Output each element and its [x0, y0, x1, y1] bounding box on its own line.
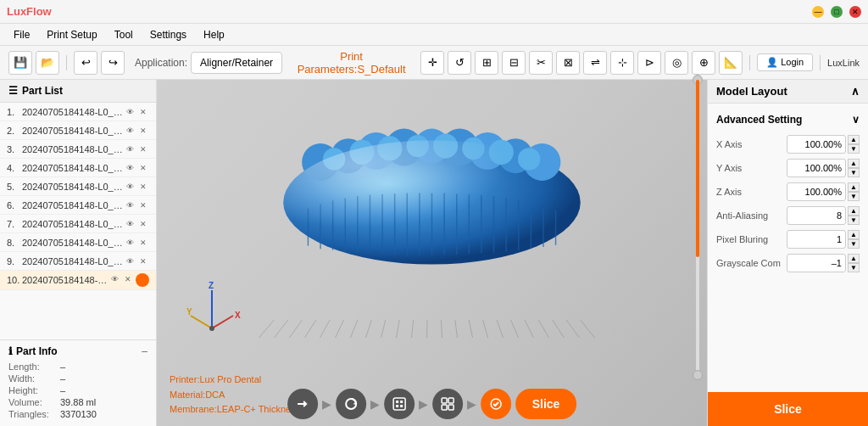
spin-up-1[interactable]: ▲ [848, 159, 860, 168]
spin-down-4[interactable]: ▼ [848, 239, 860, 249]
application-dropdown[interactable]: Aligner/Retainer [191, 52, 282, 74]
menu-file[interactable]: File [7, 27, 36, 42]
toolbar-view3-btn[interactable]: ⊠ [556, 51, 580, 75]
spin-down-0[interactable]: ▼ [848, 144, 860, 154]
setting-label-4: Pixel Bluring [716, 234, 768, 244]
spin-down-1[interactable]: ▼ [848, 168, 860, 177]
spin-up-2[interactable]: ▲ [848, 182, 860, 192]
spin-down-3[interactable]: ▼ [848, 216, 860, 225]
part-list-item-7[interactable]: 7. 20240705184148-L0_SH... 👁 ✕ [0, 215, 156, 233]
setting-input-3[interactable] [787, 206, 846, 225]
part-eye-btn[interactable]: 👁 [124, 125, 136, 137]
part-num: 8. [7, 238, 22, 248]
toolbar-analysis-btn[interactable]: ⊕ [692, 51, 715, 75]
part-name: 20240705184148-L0_SH... [22, 144, 124, 154]
part-list-item-3[interactable]: 3. 20240705184148-L0_SH... 👁 ✕ [0, 140, 156, 159]
part-list-item-5[interactable]: 5. 20240705184148-L0_SH... 👁 ✕ [0, 177, 156, 196]
part-list-item-8[interactable]: 8. 20240705184148-L0_SH... 👁 ✕ [0, 233, 156, 252]
toolbar-rotate-btn[interactable]: ↺ [448, 51, 471, 75]
spin-down-5[interactable]: ▼ [848, 263, 860, 272]
slider-thumb-bottom[interactable] [693, 370, 703, 380]
toolbar-measure-btn[interactable]: 📐 [719, 51, 743, 75]
part-close-btn[interactable]: ✕ [137, 218, 149, 230]
toolbar-sup-btn[interactable]: ⊳ [637, 51, 661, 75]
toolbar-hollow-btn[interactable]: ◎ [665, 51, 688, 75]
setting-input-1[interactable] [787, 159, 846, 177]
toolbar-arr-btn[interactable]: ⊹ [610, 51, 634, 75]
part-eye-btn[interactable]: 👁 [124, 106, 136, 118]
part-actions: 👁 ✕ [124, 218, 149, 230]
toolbar-separator-2 [749, 55, 750, 70]
toolbar-mirror-btn[interactable]: ⇌ [583, 51, 607, 75]
part-eye-btn[interactable]: 👁 [124, 255, 136, 267]
menu-tool[interactable]: Tool [108, 27, 140, 42]
toolbar-cut-btn[interactable]: ✂ [529, 51, 553, 75]
toolbar-redo-btn[interactable]: ↪ [101, 51, 125, 75]
part-list-item-9[interactable]: 9. 20240705184148-L0_SH... 👁 ✕ [0, 252, 156, 271]
spin-down-2[interactable]: ▼ [848, 192, 860, 201]
part-eye-btn[interactable]: 👁 [124, 143, 136, 155]
part-eye-btn[interactable]: 👁 [124, 218, 136, 230]
setting-input-4[interactable] [787, 230, 846, 249]
menu-help[interactable]: Help [197, 27, 231, 42]
titlebar-controls[interactable]: — □ ✕ [812, 6, 861, 18]
center-3d-view[interactable]: X Z Y Printer:Lux Pro Dental Material:DC… [157, 80, 707, 426]
part-close-btn[interactable]: ✕ [137, 255, 149, 267]
vertical-slider[interactable] [691, 80, 704, 375]
workflow-step-2[interactable] [336, 389, 366, 419]
right-panel: Model Layout ∧ Advanced Setting ∨ X Axis… [707, 80, 868, 426]
spin-up-5[interactable]: ▲ [848, 254, 860, 263]
advanced-setting-collapse-icon[interactable]: ∨ [852, 114, 860, 126]
spin-up-0[interactable]: ▲ [848, 135, 860, 144]
part-close-btn[interactable]: ✕ [137, 181, 149, 193]
part-eye-btn[interactable]: 👁 [124, 199, 136, 211]
part-eye-btn[interactable]: 👁 [124, 162, 136, 174]
workflow-step-4[interactable] [432, 389, 463, 419]
part-close-btn[interactable]: ✕ [137, 106, 149, 118]
part-close-btn[interactable]: ✕ [122, 273, 134, 285]
svg-text:Z: Z [209, 282, 214, 290]
part-list-item-4[interactable]: 4. 20240705184148-L0_SH... 👁 ✕ [0, 159, 156, 177]
toolbar-view1-btn[interactable]: ⊞ [475, 51, 498, 75]
slice-button-center[interactable]: Slice [515, 389, 577, 419]
setting-input-2[interactable] [787, 182, 846, 201]
part-list-item-1[interactable]: 1. 20240705184148-L0_SH... 👁 ✕ [0, 103, 156, 121]
part-close-btn[interactable]: ✕ [137, 162, 149, 174]
part-eye-btn[interactable]: 👁 [124, 181, 136, 193]
menu-print-setup[interactable]: Print Setup [40, 27, 103, 42]
close-button[interactable]: ✕ [849, 6, 861, 18]
toolbar-open-btn[interactable]: 📂 [36, 51, 59, 75]
part-eye-btn[interactable]: 👁 [124, 237, 136, 249]
spin-up-3[interactable]: ▲ [848, 206, 860, 216]
toolbar-move-btn[interactable]: ✛ [420, 51, 444, 75]
setting-input-0[interactable] [787, 135, 846, 154]
svg-line-40 [212, 316, 233, 328]
menu-settings[interactable]: Settings [143, 27, 193, 42]
maximize-button[interactable]: □ [831, 6, 843, 18]
part-name: 20240705184148-L0_SH... [22, 126, 124, 136]
model-layout-collapse-icon[interactable]: ∧ [851, 85, 860, 98]
toolbar-view2-btn[interactable]: ⊟ [502, 51, 526, 75]
part-close-btn[interactable]: ✕ [137, 237, 149, 249]
part-list-item-6[interactable]: 6. 20240705184148-L0_SH... 👁 ✕ [0, 196, 156, 215]
toolbar-undo-btn[interactable]: ↩ [74, 51, 97, 75]
part-eye-btn[interactable]: 👁 [108, 273, 120, 285]
luxlink-label[interactable]: LuxLink [827, 58, 860, 68]
minimize-button[interactable]: — [812, 6, 824, 18]
setting-input-5[interactable] [787, 254, 846, 272]
part-num: 10. [7, 275, 22, 285]
toolbar-separator-1 [66, 55, 67, 70]
part-info-collapse-btn[interactable]: – [142, 345, 147, 357]
spin-up-4[interactable]: ▲ [848, 230, 860, 239]
login-button[interactable]: 👤 Login [757, 53, 813, 71]
toolbar-save-btn[interactable]: 💾 [8, 51, 32, 75]
workflow-step-1[interactable] [287, 389, 318, 419]
part-list-item-2[interactable]: 2. 20240705184148-L0_SH... 👁 ✕ [0, 121, 156, 140]
workflow-step-5[interactable] [481, 389, 511, 419]
workflow-step-3[interactable] [384, 389, 415, 419]
part-close-btn[interactable]: ✕ [137, 143, 149, 155]
part-close-btn[interactable]: ✕ [137, 125, 149, 137]
part-list-item-10[interactable]: 10. 20240705184148-L0_S... 👁 ✕ [0, 271, 156, 290]
part-close-btn[interactable]: ✕ [137, 199, 149, 211]
slice-button-right[interactable]: Slice [708, 392, 868, 426]
